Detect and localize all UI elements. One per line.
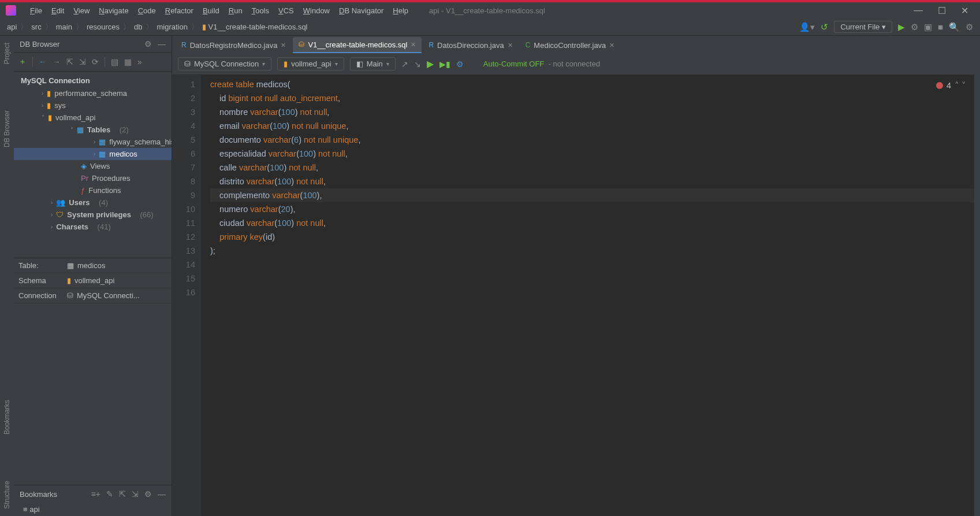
nav-forward-icon[interactable]: →	[53, 57, 61, 66]
execute-script-icon[interactable]: ▶▮	[439, 60, 450, 69]
connection-status: - not connected	[549, 60, 601, 68]
detail-table-key: Table:	[18, 261, 67, 270]
panel-hide-icon[interactable]: —	[158, 39, 166, 49]
expand-all-icon[interactable]: ⇱	[66, 57, 73, 66]
bookmark-hide-icon[interactable]: —	[158, 489, 166, 499]
maximize-icon[interactable]: ☐	[938, 5, 946, 16]
connection-dropdown[interactable]: ⛁MySQL Connection▾	[178, 57, 271, 70]
editor-tabs: RDatosRegistroMedico.java✕⛁V1__create-ta…	[172, 36, 974, 53]
breadcrumb: api〉src〉main〉resources〉db〉migration〉▮ V1…	[7, 22, 308, 32]
functions-node[interactable]: ƒFunctions	[14, 184, 172, 196]
bookmark-settings-icon[interactable]: ⚙	[144, 489, 152, 499]
execute-icon[interactable]: ▶	[427, 58, 434, 69]
add-icon[interactable]: ＋	[18, 57, 27, 67]
detail-conn-key: Connection	[18, 291, 67, 300]
detail-conn-val: MySQL Connecti...	[77, 291, 140, 300]
current-file-dropdown[interactable]: Current File ▾	[834, 21, 892, 33]
rollback-icon[interactable]: ↘	[414, 60, 421, 69]
settings-icon[interactable]: ⚙	[966, 22, 973, 32]
tab-medicocontroller-java[interactable]: CMedicoController.java✕	[520, 37, 621, 53]
minimize-icon[interactable]: —	[914, 5, 923, 16]
sysprivs-node[interactable]: ›🛡System privileges (66)	[14, 209, 172, 221]
tab-close-icon[interactable]: ✕	[411, 41, 416, 49]
menu-file[interactable]: File	[25, 4, 47, 17]
tab-close-icon[interactable]: ✕	[508, 42, 513, 49]
connection-node[interactable]: MySQL Connection	[14, 74, 172, 87]
tab-datosdireccion-java[interactable]: RDatosDireccion.java✕	[423, 37, 518, 53]
collapse-all-icon[interactable]: ⇲	[79, 57, 86, 66]
project-tool-tab[interactable]: Project	[3, 43, 11, 64]
menu-help[interactable]: Help	[388, 4, 413, 17]
bookmark-down-icon[interactable]: ⇲	[132, 489, 139, 499]
menu-tools[interactable]: Tools	[247, 4, 274, 17]
user-add-icon[interactable]: 👤▾	[799, 22, 815, 32]
bookmark-item[interactable]: ≡ api	[23, 505, 40, 514]
refresh-icon[interactable]: ⟳	[92, 57, 99, 66]
table-medicos[interactable]: ›▦medicos	[14, 148, 172, 160]
users-node[interactable]: ›👥Users (4)	[14, 196, 172, 209]
menu-run[interactable]: Run	[224, 4, 247, 17]
breadcrumb-6[interactable]: ▮ V1__create-table-medicos.sql	[202, 23, 308, 31]
detail-schema-key: Schema	[18, 276, 67, 285]
breadcrumb-0[interactable]: api	[7, 23, 17, 31]
schema-performance[interactable]: ›▮performance_schema	[14, 87, 172, 99]
menu-navigate[interactable]: Navigate	[94, 4, 133, 17]
detail-schema-val: vollmed_api	[74, 276, 114, 285]
bookmarks-tool-tab[interactable]: Bookmarks	[3, 400, 11, 435]
db-browser-tool-tab[interactable]: DB Browser	[3, 110, 11, 147]
tab-datosregistromedico-java[interactable]: RDatosRegistroMedico.java✕	[176, 37, 292, 53]
menu-edit[interactable]: Edit	[47, 4, 69, 17]
bookmark-edit-icon[interactable]: ✎	[106, 489, 113, 499]
views-node[interactable]: ◈Views	[14, 160, 172, 172]
menu-build[interactable]: Build	[198, 4, 224, 17]
structure-tool-tab[interactable]: Structure	[3, 481, 11, 509]
table-flyway[interactable]: ›▦flyway_schema_history	[14, 136, 172, 148]
charsets-node[interactable]: ›Charsets (41)	[14, 221, 172, 233]
code-editor[interactable]: 4˄ ˅ create table medicos( id bigint not…	[201, 75, 974, 516]
breadcrumb-4[interactable]: db	[134, 23, 142, 31]
run-icon[interactable]: ▶	[898, 22, 905, 32]
menu-db-navigator[interactable]: DB Navigator	[334, 4, 388, 17]
debug-icon[interactable]: ⚙	[911, 22, 918, 32]
breadcrumb-2[interactable]: main	[56, 23, 72, 31]
commit-icon[interactable]: ↗	[401, 60, 408, 69]
bookmark-up-icon[interactable]: ⇱	[119, 489, 126, 499]
breadcrumb-5[interactable]: migration	[156, 23, 187, 31]
menu-window[interactable]: Window	[299, 4, 334, 17]
tables-node[interactable]: ˅▦Tables (2)	[14, 124, 172, 136]
app-logo-icon	[6, 5, 16, 16]
main-menu: FileEditViewNavigateCodeRefactorBuildRun…	[25, 4, 413, 17]
panel-settings-icon[interactable]: ⚙	[144, 39, 152, 49]
auto-commit-status: Auto-Commit OFF	[483, 60, 544, 68]
error-indicator[interactable]: 4˄ ˅	[936, 79, 966, 92]
menu-vcs[interactable]: VCS	[274, 4, 299, 17]
schema-dropdown[interactable]: ▮vollmed_api▾	[277, 57, 344, 70]
bookmarks-title: Bookmarks	[20, 490, 57, 499]
db-script-icon[interactable]: ▦	[124, 57, 132, 66]
menu-code[interactable]: Code	[133, 4, 161, 17]
stop-icon[interactable]: ■	[938, 22, 943, 32]
schema-sys[interactable]: ›▮sys	[14, 99, 172, 112]
breadcrumb-3[interactable]: resources	[87, 23, 120, 31]
coverage-icon[interactable]: ▣	[924, 22, 932, 32]
tab-close-icon[interactable]: ✕	[281, 42, 286, 49]
bookmark-add-icon[interactable]: ≡+	[91, 489, 100, 499]
search-icon[interactable]: 🔍	[949, 22, 960, 32]
nav-back-icon[interactable]: ←	[39, 57, 47, 66]
line-gutter: 12345678910111213141516	[172, 75, 201, 516]
tab-v1--create-table-medicos-sql[interactable]: ⛁V1__create-table-medicos.sql✕	[293, 37, 422, 53]
more-icon[interactable]: »	[137, 57, 142, 66]
tab-close-icon[interactable]: ✕	[609, 42, 614, 49]
target-dropdown[interactable]: ◧Main▾	[350, 57, 396, 70]
git-update-icon[interactable]: ↺	[821, 22, 828, 32]
close-icon[interactable]: ✕	[961, 5, 968, 16]
breadcrumb-1[interactable]: src	[31, 23, 41, 31]
schema-vollmed[interactable]: ˅▮vollmed_api	[14, 112, 172, 124]
window-title: api - V1__create-table-medicos.sql	[429, 6, 545, 15]
menu-view[interactable]: View	[69, 4, 94, 17]
menu-refactor[interactable]: Refactor	[161, 4, 198, 17]
settings-gear-icon[interactable]: ⚙	[456, 60, 464, 69]
db-console-icon[interactable]: ▤	[111, 57, 118, 66]
right-gutter	[974, 36, 980, 516]
procedures-node[interactable]: PrProcedures	[14, 172, 172, 184]
